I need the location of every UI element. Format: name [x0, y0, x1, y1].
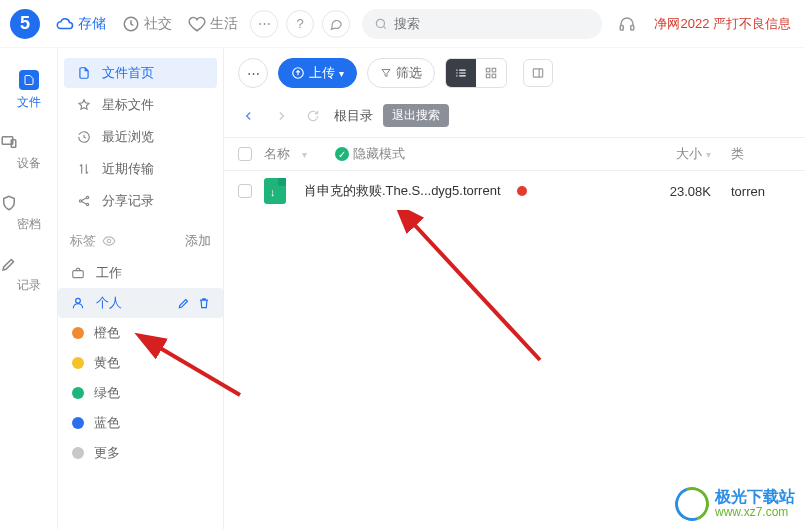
blue-dot-icon [72, 417, 84, 429]
pencil-icon [0, 255, 57, 273]
view-list[interactable] [446, 59, 476, 87]
headphones-icon [618, 15, 636, 33]
watermark-title: 极光下载站 [715, 489, 795, 505]
support-button[interactable] [618, 15, 636, 33]
question-icon: ? [296, 16, 303, 31]
svg-rect-14 [492, 68, 496, 72]
svg-rect-13 [486, 68, 490, 72]
nav-devices[interactable]: 设备 [0, 125, 57, 186]
tab-life[interactable]: 生活 [188, 15, 238, 33]
trash-icon[interactable] [197, 296, 211, 310]
transfer-icon [76, 162, 92, 176]
bubble-icon [329, 17, 343, 31]
chevron-right-icon [274, 109, 288, 123]
menu-button[interactable]: ⋯ [238, 58, 268, 88]
filter-label: 筛选 [396, 64, 422, 82]
tag-work[interactable]: 工作 [58, 258, 223, 288]
tag-blue-label: 蓝色 [94, 414, 120, 432]
side-home[interactable]: 文件首页 [64, 58, 217, 88]
chevron-left-icon [242, 109, 256, 123]
tag-work-label: 工作 [96, 264, 122, 282]
svg-point-1 [376, 19, 384, 27]
nav-vault[interactable]: 密档 [0, 186, 57, 247]
svg-rect-3 [631, 25, 634, 30]
nav-log[interactable]: 记录 [0, 247, 57, 308]
side-transfer[interactable]: 近期传输 [64, 154, 217, 184]
watermark-url: www.xz7.com [715, 505, 795, 519]
help-button[interactable]: ? [286, 10, 314, 38]
breadcrumb-root[interactable]: 根目录 [334, 107, 373, 125]
eye-icon[interactable] [102, 234, 116, 248]
tag-more-label: 更多 [94, 444, 120, 462]
select-all-checkbox[interactable] [238, 147, 252, 161]
sort-down-icon: ▾ [302, 149, 307, 160]
hide-mode-toggle[interactable]: ✓隐藏模式 [335, 145, 405, 163]
app-logo: 5 [10, 9, 40, 39]
nav-log-label: 记录 [17, 278, 41, 292]
tag-yellow-label: 黄色 [94, 354, 120, 372]
nav-vault-label: 密档 [17, 217, 41, 231]
col-name-label[interactable]: 名称 [264, 145, 290, 163]
tag-personal[interactable]: 个人 [58, 288, 223, 318]
view-grid[interactable] [476, 59, 506, 87]
left-nav: 文件 设备 密档 记录 [0, 48, 58, 529]
svg-point-9 [107, 239, 111, 243]
col-size-label[interactable]: 大小 [676, 146, 702, 161]
watermark: 极光下载站 www.xz7.com [675, 487, 795, 521]
side-share[interactable]: 分享记录 [64, 186, 217, 216]
main-panel: ⋯ 上传 ▾ 筛选 根目录 退出搜索 [223, 48, 805, 529]
tag-orange[interactable]: 橙色 [58, 318, 223, 348]
refresh-icon [306, 109, 320, 123]
cloud-icon [56, 15, 74, 33]
nav-back[interactable] [238, 105, 260, 127]
person-icon [70, 296, 86, 310]
svg-rect-2 [620, 25, 623, 30]
tag-blue[interactable]: 蓝色 [58, 408, 223, 438]
tag-more[interactable]: 更多 [58, 438, 223, 468]
svg-rect-16 [492, 74, 496, 78]
tab-storage-label: 存储 [78, 15, 106, 33]
edit-icon[interactable] [177, 296, 191, 310]
row-checkbox[interactable] [238, 184, 252, 198]
more-button[interactable]: ⋯ [250, 10, 278, 38]
nav-refresh[interactable] [302, 105, 324, 127]
chat-button[interactable] [322, 10, 350, 38]
yellow-dot-icon [72, 357, 84, 369]
table-row[interactable]: ↓ 肖申克的救赎.The.S...dyg5.torrent 23.08K tor… [224, 171, 805, 211]
tag-green[interactable]: 绿色 [58, 378, 223, 408]
side-recent[interactable]: 最近浏览 [64, 122, 217, 152]
svg-rect-10 [73, 271, 84, 278]
upload-button[interactable]: 上传 ▾ [278, 58, 357, 88]
search-box[interactable] [362, 9, 602, 39]
file-size: 23.08K [621, 184, 731, 199]
tag-yellow[interactable]: 黄色 [58, 348, 223, 378]
detail-panel-button[interactable] [523, 59, 553, 87]
file-icon [76, 66, 92, 80]
side-home-label: 文件首页 [102, 64, 154, 82]
file-type: torren [731, 184, 791, 199]
view-toggle [445, 58, 507, 88]
list-icon [454, 66, 468, 80]
tab-storage[interactable]: 存储 [56, 15, 106, 33]
ellipsis-icon: ⋯ [247, 66, 260, 81]
share-icon [76, 194, 92, 208]
filter-button[interactable]: 筛选 [367, 58, 435, 88]
nav-files-label: 文件 [17, 95, 41, 109]
search-input[interactable] [394, 16, 590, 31]
torrent-file-icon: ↓ [264, 178, 286, 204]
heart-icon [188, 15, 206, 33]
svg-rect-17 [533, 69, 542, 77]
exit-search-button[interactable]: 退出搜索 [383, 104, 449, 127]
warning-text[interactable]: 净网2022 严打不良信息 [654, 15, 795, 33]
side-transfer-label: 近期传输 [102, 160, 154, 178]
nav-forward[interactable] [270, 105, 292, 127]
shield-icon [0, 194, 57, 212]
col-type-label[interactable]: 类 [731, 146, 744, 161]
nav-devices-label: 设备 [17, 156, 41, 170]
svg-rect-15 [486, 74, 490, 78]
add-tag-button[interactable]: 添加 [185, 232, 211, 250]
nav-files[interactable]: 文件 [0, 62, 57, 125]
tab-social[interactable]: 社交 [122, 15, 172, 33]
side-starred[interactable]: 星标文件 [64, 90, 217, 120]
tag-orange-label: 橙色 [94, 324, 120, 342]
